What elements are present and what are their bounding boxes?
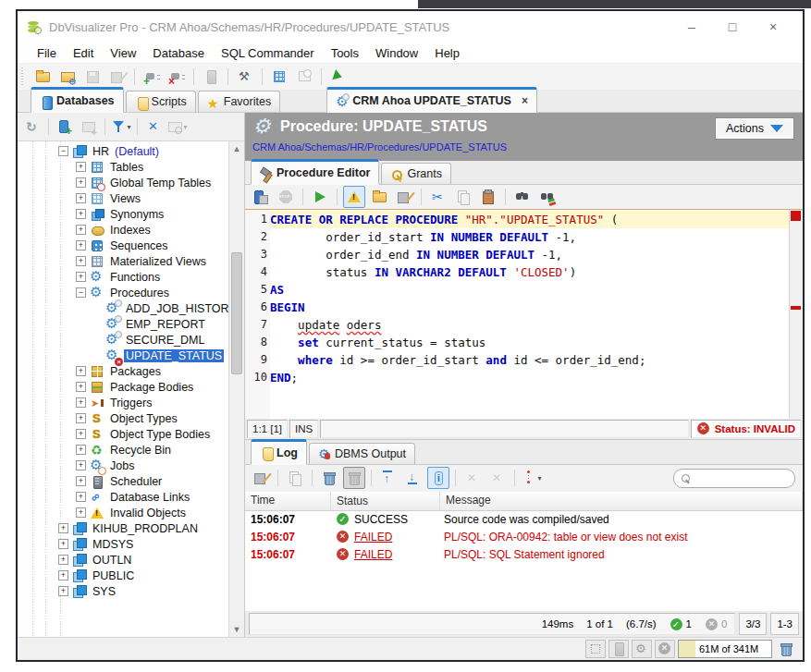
tree-item-views[interactable]: +Views <box>18 190 229 206</box>
tree-item-functions[interactable]: +Functions <box>18 269 229 285</box>
tree-item-kihub-prodplan[interactable]: +KIHUB_PRODPLAN <box>18 520 229 536</box>
memory-gauge[interactable]: 61M of 341M <box>678 640 772 658</box>
tree-item-hr[interactable]: −HR(Default) <box>18 143 229 159</box>
tree-item-triggers[interactable]: +Triggers <box>18 395 229 410</box>
expand-toggle[interactable]: + <box>76 460 86 470</box>
maximize-button[interactable]: □ <box>712 11 753 43</box>
code-line-2[interactable]: order_id_start IN NUMBER DEFAULT -1, <box>270 228 789 246</box>
compile-save-button[interactable] <box>250 186 272 208</box>
menu-window[interactable]: Window <box>367 46 426 60</box>
log-row[interactable]: 15:06:07FAILEDPL/SQL: SQL Statement igno… <box>245 546 803 564</box>
menu-sql-commander[interactable]: SQL Commander <box>213 46 323 60</box>
log-search-box[interactable] <box>673 469 795 488</box>
column-header-status[interactable]: Status <box>331 492 440 510</box>
find-replace-button[interactable] <box>536 186 559 208</box>
copy-button[interactable] <box>452 186 474 208</box>
tree-item-public[interactable]: +PUBLIC <box>18 568 229 583</box>
connections-button[interactable] <box>608 640 629 658</box>
show-info-toggle[interactable] <box>427 467 449 489</box>
minimize-button[interactable]: – <box>671 11 712 43</box>
expand-toggle[interactable]: + <box>76 366 86 376</box>
expand-toggle[interactable]: + <box>76 193 86 203</box>
expand-rows-button[interactable] <box>461 467 484 489</box>
tree-item-secure-dml[interactable]: SECURE_DML <box>18 332 229 348</box>
connect-button[interactable] <box>141 66 163 88</box>
menu-help[interactable]: Help <box>426 46 468 60</box>
code-editor[interactable]: 12345678910 CREATE OR REPLACE PROCEDURE … <box>245 209 803 419</box>
tree-item-procedures[interactable]: −Procedures <box>18 285 229 300</box>
code-line-9[interactable]: where id >= order_id_start and id <= ord… <box>270 351 789 369</box>
code-line-4[interactable]: status IN VARCHAR2 DEFAULT 'CLOSED') <box>270 263 789 281</box>
menu-file[interactable]: File <box>29 46 65 60</box>
object-tab-close-icon[interactable]: × <box>522 94 528 107</box>
tree-item-global-temp-tables[interactable]: +Global Temp Tables <box>18 175 229 190</box>
locate-object-button[interactable]: ▾ <box>166 116 189 138</box>
collapse-all-button[interactable] <box>142 116 165 138</box>
save-as-button[interactable] <box>106 66 129 88</box>
tab-favorites[interactable]: Favorites <box>198 91 280 112</box>
save-button[interactable] <box>81 66 104 88</box>
code-line-6[interactable]: BEGIN <box>270 299 789 316</box>
tab-log[interactable]: Log <box>251 439 307 465</box>
tree-item-add-job-history[interactable]: ADD_JOB_HISTORY <box>18 300 229 316</box>
scroll-down-icon[interactable]: ▼ <box>229 622 244 637</box>
expand-toggle[interactable]: + <box>58 523 68 533</box>
show-errors-toggle[interactable] <box>343 186 365 208</box>
scrollbar-thumb[interactable] <box>231 252 242 374</box>
tree-item-object-types[interactable]: +Object Types <box>18 410 229 426</box>
error-overview-strip[interactable] <box>789 210 803 419</box>
actions-button[interactable]: Actions <box>716 118 793 139</box>
log-export-button[interactable] <box>250 467 272 489</box>
expand-toggle[interactable]: + <box>76 382 86 392</box>
tree-item-jobs[interactable]: +Jobs <box>18 458 229 473</box>
log-status[interactable]: SUCCESS <box>330 512 438 527</box>
tree-item-update-status[interactable]: UPDATE_STATUS <box>18 348 229 363</box>
code-line-8[interactable]: set current_status = status <box>270 334 789 351</box>
load-from-file-button[interactable] <box>368 186 390 208</box>
collapse-rows-button[interactable] <box>486 467 509 489</box>
scroll-to-top-button[interactable] <box>377 467 399 489</box>
grid-window-button[interactable] <box>268 66 290 88</box>
expand-toggle[interactable]: + <box>58 539 68 549</box>
log-status[interactable]: FAILED <box>330 530 438 544</box>
code-line-5[interactable]: AS <box>270 281 789 299</box>
tree-item-synonyms[interactable]: +Synonyms <box>18 206 229 222</box>
log-row[interactable]: 15:06:07SUCCESSSource code was compiled/… <box>245 511 803 529</box>
refresh-button[interactable] <box>21 116 43 138</box>
close-button[interactable]: × <box>753 11 793 43</box>
column-options-button[interactable]: ▾ <box>521 467 543 489</box>
tab-object-update-status[interactable]: CRM Ahoa UPDATE_STATUS × <box>326 87 537 113</box>
tree-item-scheduler[interactable]: +Scheduler <box>18 473 229 489</box>
menu-view[interactable]: View <box>102 46 144 60</box>
code-line-3[interactable]: order_id_end IN NUMBER DEFAULT -1, <box>270 246 789 263</box>
find-button[interactable] <box>511 186 534 208</box>
tree-item-invalid-objects[interactable]: +Invalid Objects <box>18 505 229 520</box>
run-pointer-button[interactable] <box>327 66 350 88</box>
code-line-10[interactable]: END; <box>270 369 789 386</box>
tab-databases[interactable]: Databases <box>31 87 124 113</box>
expand-toggle[interactable]: + <box>76 476 86 486</box>
scroll-up-icon[interactable]: ▲ <box>229 141 244 156</box>
error-marker[interactable] <box>791 306 801 310</box>
tree-item-object-type-bodies[interactable]: +Object Type Bodies <box>18 426 229 442</box>
log-table[interactable]: Time Status Message 15:06:07SUCCESSSourc… <box>245 492 803 611</box>
add-connection-button[interactable] <box>54 116 76 138</box>
column-header-time[interactable]: Time <box>245 492 331 510</box>
stop-button[interactable] <box>275 186 297 208</box>
server-info-button[interactable] <box>200 66 222 88</box>
log-status[interactable]: FAILED <box>330 547 438 562</box>
scroll-to-bottom-button[interactable] <box>402 467 424 489</box>
disconnect-button[interactable] <box>166 66 188 88</box>
tree-item-outln[interactable]: +OUTLN <box>18 552 229 568</box>
expand-toggle[interactable]: + <box>76 413 86 423</box>
expand-toggle[interactable]: + <box>76 256 86 266</box>
settings-button[interactable] <box>632 640 652 658</box>
paste-button[interactable] <box>477 186 499 208</box>
tree-item-recycle-bin[interactable]: +Recycle Bin <box>18 442 229 458</box>
garbage-collect-button[interactable] <box>775 638 797 660</box>
monitor-button[interactable] <box>293 66 315 88</box>
execute-button[interactable] <box>309 186 331 208</box>
tree-item-sys[interactable]: +SYS <box>18 583 229 599</box>
code-line-7[interactable]: update oders <box>270 316 789 334</box>
menu-tools[interactable]: Tools <box>323 46 367 60</box>
